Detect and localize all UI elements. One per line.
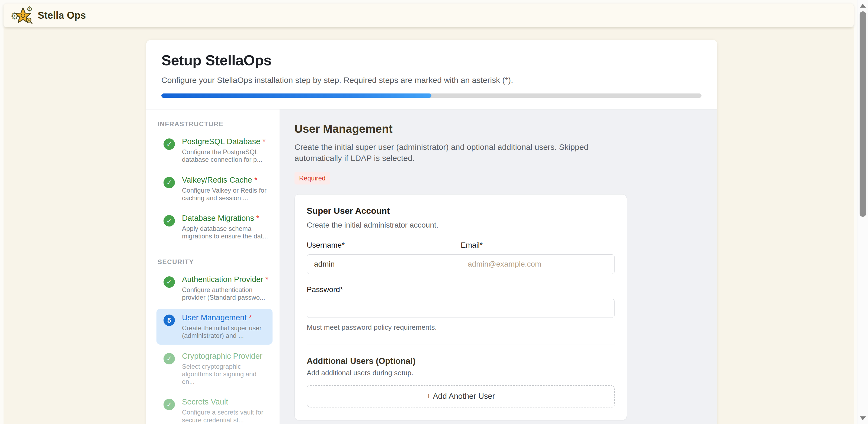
sidebar-item-desc: Configure the PostgreSQL database connec… xyxy=(182,148,269,163)
add-another-user-button[interactable]: + Add Another User xyxy=(307,385,615,407)
sidebar-item-secrets-vault[interactable]: ✓ Secrets Vault Configure a secrets vaul… xyxy=(156,393,273,424)
sidebar-item-desc: Create the initial super user (administr… xyxy=(182,324,269,339)
scrollbar-down-arrow[interactable] xyxy=(860,416,866,420)
vertical-scrollbar[interactable] xyxy=(857,0,868,424)
section-divider xyxy=(307,345,615,345)
step-content: User Management Create the initial super… xyxy=(280,109,717,424)
sidebar-item-postgresql-database[interactable]: ✓ PostgreSQL Database* Configure the Pos… xyxy=(156,133,273,168)
email-input[interactable] xyxy=(461,255,615,274)
sidebar-item-desc: Configure authentication provider (Stand… xyxy=(182,286,269,301)
sidebar-item-cryptographic-provider[interactable]: ✓ Cryptographic Provider Select cryptogr… xyxy=(156,347,273,391)
check-circle-icon: ✓ xyxy=(163,177,175,188)
setup-wizard-card: Setup StellaOps Configure your StellaOps… xyxy=(146,40,717,424)
sidebar-item-desc: Apply database schema migrations to ensu… xyxy=(182,225,269,240)
username-email-field-group xyxy=(307,254,615,274)
sidebar-item-title: Authentication Provider* xyxy=(182,275,269,284)
sidebar-item-title: PostgreSQL Database* xyxy=(182,137,269,146)
sidebar-item-title: Valkey/Redis Cache* xyxy=(182,175,269,185)
required-asterisk: * xyxy=(262,137,266,146)
check-circle-icon: ✓ xyxy=(163,353,175,364)
sidebar-section-security: SECURITY xyxy=(158,258,273,266)
sidebar-item-desc: Configure a secrets vault for secure cre… xyxy=(182,409,269,424)
page-title: Setup StellaOps xyxy=(161,52,702,69)
check-circle-icon: ✓ xyxy=(163,276,175,288)
star-mascot-icon xyxy=(14,7,33,24)
progress-bar-fill xyxy=(161,94,431,98)
sidebar-item-title: Cryptographic Provider xyxy=(182,352,269,361)
step-description: Create the initial super user (administr… xyxy=(294,141,601,164)
email-label: Email* xyxy=(461,241,615,250)
password-hint: Must meet password policy requirements. xyxy=(307,323,615,332)
check-circle-icon: ✓ xyxy=(163,399,175,410)
required-asterisk: * xyxy=(254,175,257,184)
card-title: Super User Account xyxy=(307,206,615,216)
page-subtitle: Configure your StellaOps installation st… xyxy=(161,75,702,85)
additional-users-title: Additional Users (Optional) xyxy=(307,356,615,366)
sidebar-item-desc: Configure Valkey or Redis for caching an… xyxy=(182,187,269,202)
check-circle-icon: ✓ xyxy=(163,138,175,150)
additional-users-subtitle: Add additional users during setup. xyxy=(307,369,615,377)
top-navbar: ⚙ ⚙ Stella Ops xyxy=(3,3,854,27)
step-number-icon: 5 xyxy=(163,315,175,326)
required-asterisk: * xyxy=(249,313,252,322)
sidebar-item-title: Secrets Vault xyxy=(182,397,269,406)
check-circle-icon: ✓ xyxy=(163,215,175,227)
password-input[interactable] xyxy=(307,299,615,318)
sidebar-item-valkey-redis-cache[interactable]: ✓ Valkey/Redis Cache* Configure Valkey o… xyxy=(156,171,273,207)
username-input[interactable] xyxy=(307,255,461,274)
app-title: Stella Ops xyxy=(38,10,86,21)
wizard-step-sidebar: INFRASTRUCTURE ✓ PostgreSQL Database* Co… xyxy=(146,109,280,424)
scrollbar-thumb[interactable] xyxy=(860,11,866,217)
step-title: User Management xyxy=(294,123,717,135)
super-user-account-card: Super User Account Create the initial ad… xyxy=(294,194,627,420)
card-subtitle: Create the initial administrator account… xyxy=(307,221,615,229)
required-asterisk: * xyxy=(256,214,259,222)
required-badge: Required xyxy=(294,172,330,185)
app-logo-icon: ⚙ ⚙ xyxy=(14,7,33,24)
required-asterisk: * xyxy=(266,275,269,284)
sidebar-item-title: User Management* xyxy=(182,313,269,322)
sidebar-section-infrastructure: INFRASTRUCTURE xyxy=(158,120,273,128)
wizard-header: Setup StellaOps Configure your StellaOps… xyxy=(146,40,717,109)
progress-bar-track xyxy=(161,94,702,98)
scrollbar-up-arrow[interactable] xyxy=(860,4,866,8)
sidebar-item-authentication-provider[interactable]: ✓ Authentication Provider* Configure aut… xyxy=(156,271,273,306)
sidebar-item-database-migrations[interactable]: ✓ Database Migrations* Apply database sc… xyxy=(156,209,273,245)
sidebar-item-title: Database Migrations* xyxy=(182,214,269,223)
sidebar-item-desc: Select cryptographic algorithms for sign… xyxy=(182,363,269,386)
page-background: Setup StellaOps Configure your StellaOps… xyxy=(3,27,854,424)
password-label: Password* xyxy=(307,285,343,294)
username-label: Username* xyxy=(307,241,461,250)
sidebar-item-user-management[interactable]: 5 User Management* Create the initial su… xyxy=(156,309,273,345)
